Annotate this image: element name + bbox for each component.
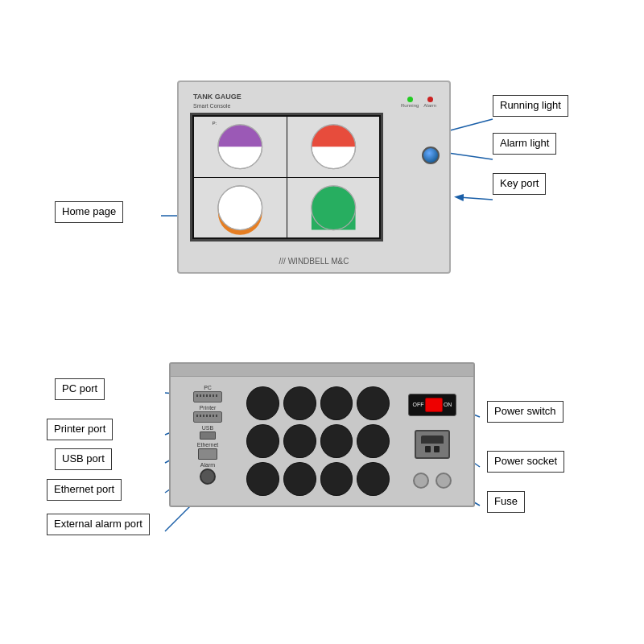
power-socket-text: Power socket — [494, 455, 557, 467]
usb-port-label: USB — [202, 425, 213, 431]
panel-button-11[interactable] — [320, 462, 353, 496]
home-page-label-box: Home page — [55, 201, 123, 223]
fuse-row — [413, 473, 452, 489]
console-device: TANK GAUGE Smart Console Running Alarm P… — [177, 80, 451, 274]
ports-section: PC Printer USB Ethernet Alarm — [175, 383, 240, 499]
usb-port-text: USB port — [62, 452, 105, 464]
ethernet-port-label: Ethernet — [197, 442, 218, 448]
indicator-lights: Running Alarm — [401, 97, 436, 108]
panel-button-3[interactable] — [320, 386, 353, 420]
svg-text:P:: P: — [212, 120, 217, 126]
key-port-button[interactable] — [422, 147, 440, 164]
printer-db9-connector — [193, 411, 222, 423]
running-light-dot — [407, 97, 413, 102]
external-alarm-port-label-box: External alarm port — [47, 514, 150, 535]
pc-port-label-box: PC port — [55, 378, 105, 400]
panel-button-6[interactable] — [283, 424, 316, 458]
panel-button-9[interactable] — [246, 462, 279, 496]
pc-port-connector: PC — [175, 385, 240, 402]
iec-pin-right — [434, 446, 440, 452]
printer-port-text: Printer port — [54, 423, 105, 435]
fuse-holder-2 — [436, 473, 452, 489]
pc-port-label: PC — [204, 385, 212, 390]
fuse-holder-1 — [413, 473, 429, 489]
on-label: ON — [444, 402, 452, 407]
iec-top-slot — [421, 436, 444, 444]
console-screen: P: — [190, 113, 383, 242]
panel-button-4[interactable] — [357, 386, 390, 420]
right-section: OFF ON — [396, 383, 469, 499]
usb-connector — [200, 431, 216, 440]
back-panel-device: PC Printer USB Ethernet Alarm — [169, 362, 475, 507]
alarm-port-label: Alarm — [200, 462, 215, 468]
off-label: OFF — [413, 402, 424, 407]
panel-button-2[interactable] — [283, 386, 316, 420]
pc-port-text: PC port — [62, 382, 97, 394]
printer-port-label-box: Printer port — [47, 419, 113, 440]
panel-button-12[interactable] — [357, 462, 390, 496]
printer-port-label: Printer — [200, 405, 217, 411]
power-switch-text: Power switch — [494, 405, 556, 417]
alarm-connector — [200, 469, 216, 485]
alarm-light-dot — [427, 97, 433, 102]
ethernet-port-connector: Ethernet — [175, 442, 240, 460]
running-light-text: Running light — [500, 99, 561, 111]
iec-power-socket — [415, 430, 450, 459]
running-light-label: Running — [401, 103, 419, 108]
svg-line-2 — [459, 197, 493, 200]
power-switch-label-box: Power switch — [487, 401, 564, 423]
panel-button-8[interactable] — [357, 424, 390, 458]
panel-button-7[interactable] — [320, 424, 353, 458]
alarm-light-label: Alarm — [423, 103, 436, 108]
fuse-label-box: Fuse — [487, 491, 525, 513]
console-brand: /// WINDBELL M&C — [279, 257, 349, 266]
printer-port-connector: Printer — [175, 405, 240, 423]
panel-top-bar — [171, 364, 473, 377]
iec-pin-left — [425, 446, 431, 452]
power-socket-label-box: Power socket — [487, 451, 564, 473]
fuse-text: Fuse — [494, 495, 518, 507]
panel-button-1[interactable] — [246, 386, 279, 420]
alarm-port-connector: Alarm — [175, 462, 240, 485]
home-page-text: Home page — [62, 205, 116, 217]
ethernet-port-label-box: Ethernet port — [47, 479, 122, 501]
ethernet-connector — [198, 448, 217, 460]
usb-port-label-box: USB port — [55, 448, 112, 470]
usb-port-connector: USB — [175, 425, 240, 440]
buttons-grid — [243, 383, 393, 499]
switch-toggle[interactable] — [425, 398, 443, 412]
console-title: TANK GAUGE Smart Console — [193, 92, 242, 109]
pc-db9-connector — [193, 391, 222, 402]
key-port-label-box: Key port — [493, 173, 546, 195]
ethernet-port-text: Ethernet port — [54, 483, 114, 495]
alarm-light-text: Alarm light — [500, 137, 549, 149]
power-switch[interactable]: OFF ON — [408, 394, 456, 416]
panel-button-5[interactable] — [246, 424, 279, 458]
key-port-text: Key port — [500, 177, 539, 189]
running-light-label-box: Running light — [493, 95, 568, 117]
alarm-light-label-box: Alarm light — [493, 133, 556, 155]
external-alarm-text: External alarm port — [54, 518, 142, 530]
panel-button-10[interactable] — [283, 462, 316, 496]
